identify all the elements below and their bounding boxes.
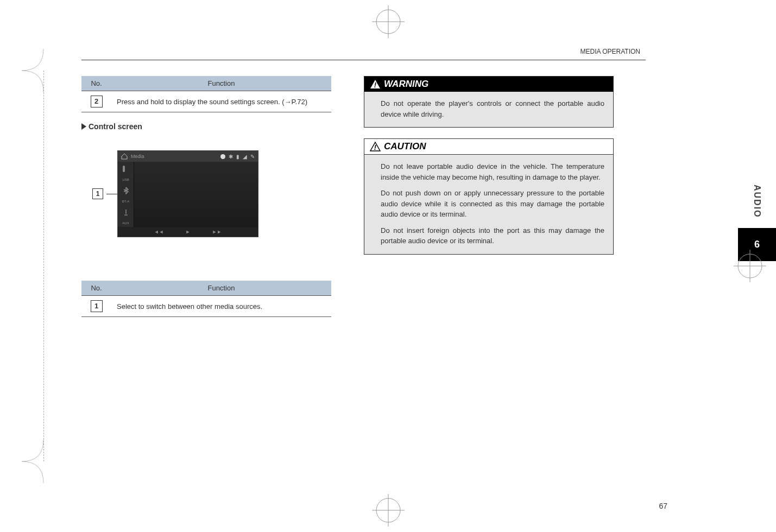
side-audio-label: AUDIO <box>752 185 762 218</box>
warning-title: WARNING <box>384 79 428 90</box>
svg-text:!: ! <box>374 81 377 89</box>
page-number: 67 <box>659 502 667 510</box>
table2-row-text: Select to switch between other media sou… <box>111 296 331 317</box>
table-row: 2 Press and hold to display the sound se… <box>81 91 331 112</box>
function-table-2: No. Function 1 Select to switch between … <box>81 281 331 317</box>
registration-mark-side <box>734 250 766 282</box>
callout-number-1: 1 <box>92 188 103 199</box>
control-screen-label: Control screen <box>89 122 142 131</box>
warning-item: Do not operate the player's controls or … <box>381 98 604 119</box>
warning-triangle-icon: ! <box>370 79 381 89</box>
caution-item: Do not push down on or apply unnecessary… <box>381 188 604 220</box>
caution-item: Do not leave portable audio device in th… <box>381 161 604 182</box>
table1-header-func: Function <box>111 76 331 91</box>
prev-track-icon: ◄◄ <box>154 229 164 235</box>
device-media-label: Media <box>131 154 144 159</box>
header-section-label: MEDIA OPERATION <box>581 48 640 55</box>
table1-row-text: Press and hold to display the sound sett… <box>111 91 331 112</box>
table2-num-box: 1 <box>91 300 103 312</box>
device-screenshot: Media ✱ ▮ ◢ ✎ USB BT-A AUX <box>117 150 258 237</box>
warning-header: ! WARNING <box>364 77 613 92</box>
battery-icon: ▮ <box>236 154 239 160</box>
caution-triangle-icon: ! <box>370 142 381 151</box>
callout-leader-line <box>106 194 117 194</box>
caution-item: Do not insert foreign objects into the p… <box>381 225 604 246</box>
edit-icon: ✎ <box>250 154 255 160</box>
spine-curve-bot <box>22 440 65 483</box>
bluetooth-icon: ✱ <box>229 154 233 160</box>
record-icon <box>220 154 225 159</box>
warning-body: Do not operate the player's controls or … <box>364 92 613 127</box>
bta-label: BT-A <box>122 200 129 203</box>
table2-header-func: Function <box>111 281 331 296</box>
table2-header-no: No. <box>81 281 111 296</box>
device-playbar: ◄◄ ► ►► <box>118 227 258 237</box>
caution-box: ! CAUTION Do not leave portable audio de… <box>364 138 614 255</box>
table1-num-box: 2 <box>91 96 103 107</box>
device-topbar: Media ✱ ▮ ◢ ✎ <box>118 151 258 162</box>
phone-icon <box>122 165 130 173</box>
control-screen-figure: 1 Media ✱ ▮ ◢ ✎ <box>92 150 331 237</box>
home-icon <box>121 153 128 160</box>
caution-body: Do not leave portable audio device in th… <box>364 155 613 254</box>
function-table-1: No. Function 2 Press and hold to display… <box>81 76 331 112</box>
spine-line <box>43 71 44 461</box>
svg-text:!: ! <box>374 143 377 151</box>
caution-title: CAUTION <box>384 141 426 152</box>
warning-box: ! WARNING Do not operate the player's co… <box>364 76 614 128</box>
usb-label: USB <box>122 178 129 181</box>
registration-mark-top <box>372 5 405 38</box>
caution-header: ! CAUTION <box>364 139 613 155</box>
play-icon: ► <box>186 229 191 235</box>
table-row: 1 Select to switch between other media s… <box>81 296 331 317</box>
device-left-strip: USB BT-A AUX <box>118 162 134 227</box>
aux-label: AUX <box>122 221 129 225</box>
next-track-icon: ►► <box>212 229 222 235</box>
signal-icon: ◢ <box>243 154 247 160</box>
registration-mark-bottom <box>372 494 405 527</box>
bluetooth-side-icon <box>122 187 130 194</box>
control-screen-heading: Control screen <box>81 122 331 131</box>
triangle-bullet-icon <box>81 123 86 130</box>
header-rule <box>81 60 646 60</box>
table1-header-no: No. <box>81 76 111 91</box>
aux-icon <box>122 208 130 216</box>
